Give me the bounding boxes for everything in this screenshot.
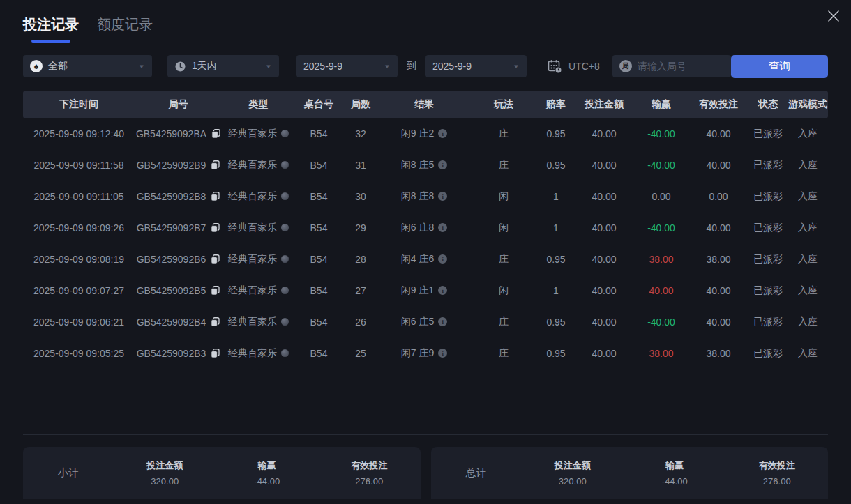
play-type: 庄 bbox=[469, 306, 538, 337]
round-count: 30 bbox=[342, 181, 379, 212]
bet-time: 2025-09-09 09:09:26 bbox=[23, 212, 135, 243]
replay-dot-icon bbox=[281, 130, 289, 137]
game-mode: 入座 bbox=[788, 118, 828, 149]
round-id-cell: GB54259092B7 bbox=[135, 212, 222, 243]
round-id-cell: GB54259092B5 bbox=[135, 275, 222, 306]
status: 已派彩 bbox=[748, 212, 788, 243]
info-icon[interactable] bbox=[438, 286, 447, 295]
status: 已派彩 bbox=[748, 275, 788, 306]
round-id: GB54259092B8 bbox=[137, 191, 206, 202]
info-icon[interactable] bbox=[438, 254, 447, 264]
copy-icon[interactable] bbox=[211, 286, 220, 296]
date-from-select[interactable]: 2025-9-9 ▼ bbox=[296, 55, 398, 77]
round-id-cell: GB54259092BA bbox=[135, 118, 222, 149]
round-count: 28 bbox=[342, 243, 379, 275]
odds: 0.95 bbox=[538, 337, 574, 369]
col-header-bet-amount: 投注金额 bbox=[574, 91, 634, 118]
info-icon[interactable] bbox=[438, 192, 447, 201]
replay-dot-icon bbox=[281, 192, 289, 200]
play-type: 闲 bbox=[469, 181, 538, 212]
game-type-value: 全部 bbox=[48, 60, 68, 72]
round-search-field: 局 bbox=[612, 55, 731, 77]
date-from-value: 2025-9-9 bbox=[303, 61, 342, 72]
game-type-cell: 经典百家乐 bbox=[222, 212, 295, 243]
tab-quota-records[interactable]: 额度记录 bbox=[97, 15, 153, 43]
game-type: 经典百家乐 bbox=[228, 253, 277, 266]
result-cell: 闲6 庄5 bbox=[379, 306, 469, 337]
close-icon[interactable] bbox=[826, 8, 841, 24]
round-count: 27 bbox=[342, 275, 379, 306]
bet-time: 2025-09-09 09:07:27 bbox=[23, 275, 135, 306]
bet-amount: 40.00 bbox=[574, 118, 634, 149]
result-cell: 闲7 庄9 bbox=[379, 337, 469, 369]
tab-betting-records[interactable]: 投注记录 bbox=[23, 15, 79, 43]
result-cell: 闲8 庄8 bbox=[379, 181, 469, 212]
copy-icon[interactable] bbox=[211, 317, 220, 327]
bet-amount: 40.00 bbox=[574, 181, 634, 212]
valid-bet: 40.00 bbox=[688, 212, 748, 243]
summary-bar: 小计 投注金额 320.00 输赢 -44.00 有效投注 276.00 总计 … bbox=[23, 447, 828, 499]
result: 闲7 庄9 bbox=[401, 347, 434, 360]
round-count: 31 bbox=[342, 149, 379, 181]
game-type-cell: 经典百家乐 bbox=[222, 243, 295, 275]
odds: 1 bbox=[538, 275, 574, 306]
replay-dot-icon bbox=[281, 161, 289, 169]
time-range-select[interactable]: 1天内 ▼ bbox=[167, 55, 279, 77]
table-no: B54 bbox=[295, 118, 342, 149]
table-row: 2025-09-09 09:11:58 GB54259092B9 经典百家乐 B… bbox=[23, 149, 828, 181]
copy-icon[interactable] bbox=[211, 160, 220, 170]
chevron-down-icon: ▼ bbox=[384, 63, 391, 70]
calendar-clock-icon[interactable] bbox=[548, 59, 562, 74]
copy-icon[interactable] bbox=[211, 223, 220, 233]
status: 已派彩 bbox=[748, 181, 788, 212]
result-cell: 闲9 庄1 bbox=[379, 275, 469, 306]
result: 闲6 庄5 bbox=[401, 316, 434, 328]
valid-bet: 40.00 bbox=[688, 306, 748, 337]
info-icon[interactable] bbox=[438, 223, 447, 232]
result-cell: 闲6 庄8 bbox=[379, 212, 469, 243]
bet-time: 2025-09-09 09:05:25 bbox=[23, 337, 135, 369]
odds: 1 bbox=[538, 181, 574, 212]
game-type-cell: 经典百家乐 bbox=[222, 275, 295, 306]
query-button[interactable]: 查询 bbox=[731, 55, 828, 78]
win-loss: -40.00 bbox=[634, 118, 688, 149]
table-row: 2025-09-09 09:12:40 GB54259092BA 经典百家乐 B… bbox=[23, 118, 828, 149]
game-mode: 入座 bbox=[788, 275, 828, 306]
win-loss: 40.00 bbox=[634, 275, 688, 306]
bet-time: 2025-09-09 09:12:40 bbox=[23, 118, 135, 149]
search-input[interactable] bbox=[638, 61, 718, 72]
round-id-cell: GB54259092B3 bbox=[135, 337, 222, 369]
time-range-value: 1天内 bbox=[192, 60, 217, 72]
subtotal-valid-bet: 有效投注 276.00 bbox=[318, 459, 421, 487]
info-icon[interactable] bbox=[438, 349, 447, 358]
game-type-select[interactable]: ♠ 全部 ▼ bbox=[23, 55, 152, 77]
status: 已派彩 bbox=[748, 149, 788, 181]
bet-amount: 40.00 bbox=[574, 337, 634, 369]
copy-icon[interactable] bbox=[211, 254, 220, 264]
info-icon[interactable] bbox=[438, 129, 447, 138]
table-no: B54 bbox=[295, 212, 342, 243]
game-type-cell: 经典百家乐 bbox=[222, 337, 295, 369]
date-to-select[interactable]: 2025-9-9 ▼ bbox=[426, 55, 527, 77]
total-valid-bet: 有效投注 276.00 bbox=[726, 459, 829, 487]
subtotal-win-loss: 输赢 -44.00 bbox=[216, 459, 319, 487]
copy-icon[interactable] bbox=[211, 129, 220, 139]
game-mode: 入座 bbox=[788, 212, 828, 243]
win-loss: 38.00 bbox=[634, 337, 688, 369]
spade-icon: ♠ bbox=[30, 60, 43, 72]
table-no: B54 bbox=[295, 337, 342, 369]
table-row: 2025-09-09 09:05:25 GB54259092B3 经典百家乐 B… bbox=[23, 337, 828, 369]
total-label: 总计 bbox=[431, 466, 522, 480]
result: 闲8 庄8 bbox=[401, 190, 434, 203]
col-header-play: 玩法 bbox=[469, 91, 538, 118]
to-label: 到 bbox=[407, 60, 416, 72]
copy-icon[interactable] bbox=[211, 192, 220, 201]
info-icon[interactable] bbox=[438, 160, 447, 169]
play-type: 闲 bbox=[469, 275, 538, 306]
round-id-cell: GB54259092B8 bbox=[135, 181, 222, 212]
odds: 0.95 bbox=[538, 306, 574, 337]
col-header-round-count: 局数 bbox=[342, 91, 379, 118]
info-icon[interactable] bbox=[438, 317, 447, 326]
bet-time: 2025-09-09 09:11:58 bbox=[23, 149, 135, 181]
copy-icon[interactable] bbox=[211, 349, 220, 358]
